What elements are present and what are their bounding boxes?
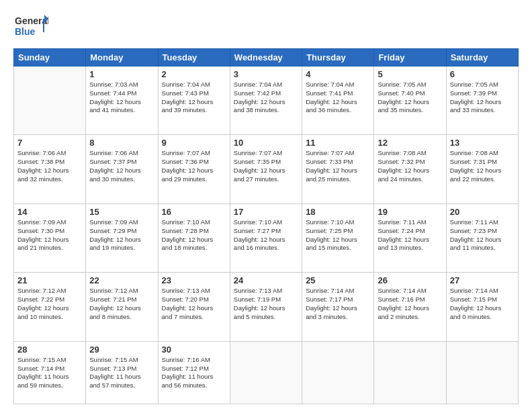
day-number: 27 — [450, 275, 515, 285]
day-info: Sunrise: 7:09 AMSunset: 7:29 PMDaylight:… — [89, 218, 154, 253]
calendar-cell: 26Sunrise: 7:14 AMSunset: 7:16 PMDayligh… — [374, 273, 446, 341]
day-number: 29 — [89, 345, 154, 355]
day-number: 5 — [378, 69, 442, 79]
calendar-cell: 11Sunrise: 7:07 AMSunset: 7:33 PMDayligh… — [302, 135, 374, 203]
svg-text:Blue: Blue — [15, 26, 36, 37]
day-info: Sunrise: 7:04 AMSunset: 7:42 PMDaylight:… — [234, 81, 298, 115]
calendar-cell: 12Sunrise: 7:08 AMSunset: 7:32 PMDayligh… — [374, 135, 446, 203]
calendar-cell: 21Sunrise: 7:12 AMSunset: 7:22 PMDayligh… — [14, 273, 86, 341]
calendar-cell — [302, 341, 374, 404]
calendar-cell: 24Sunrise: 7:13 AMSunset: 7:19 PMDayligh… — [230, 273, 302, 341]
day-info: Sunrise: 7:04 AMSunset: 7:43 PMDaylight:… — [162, 81, 226, 115]
calendar-cell: 6Sunrise: 7:05 AMSunset: 7:39 PMDaylight… — [446, 66, 518, 135]
day-info: Sunrise: 7:12 AMSunset: 7:21 PMDaylight:… — [89, 287, 154, 321]
day-number: 17 — [234, 207, 298, 217]
calendar-cell: 9Sunrise: 7:07 AMSunset: 7:36 PMDaylight… — [158, 135, 230, 203]
day-info: Sunrise: 7:07 AMSunset: 7:33 PMDaylight:… — [306, 149, 370, 183]
day-info: Sunrise: 7:08 AMSunset: 7:31 PMDaylight:… — [450, 149, 515, 183]
calendar-cell: 3Sunrise: 7:04 AMSunset: 7:42 PMDaylight… — [230, 66, 302, 135]
day-number: 22 — [89, 275, 154, 285]
day-info: Sunrise: 7:10 AMSunset: 7:25 PMDaylight:… — [306, 218, 370, 253]
day-info: Sunrise: 7:14 AMSunset: 7:16 PMDaylight:… — [378, 287, 442, 321]
calendar-cell — [14, 66, 86, 135]
day-number: 20 — [450, 207, 515, 217]
day-number: 12 — [378, 138, 442, 148]
calendar-cell: 25Sunrise: 7:14 AMSunset: 7:17 PMDayligh… — [302, 273, 374, 341]
day-number: 21 — [17, 275, 82, 285]
calendar-cell — [446, 341, 518, 404]
day-number: 30 — [162, 345, 226, 355]
logo: General Blue — [13, 12, 48, 43]
weekday-header: Sunday — [14, 49, 86, 66]
day-info: Sunrise: 7:10 AMSunset: 7:28 PMDaylight:… — [162, 218, 226, 253]
day-number: 15 — [89, 207, 154, 217]
weekday-header: Friday — [374, 49, 446, 66]
weekday-header: Monday — [86, 49, 158, 66]
calendar-cell: 23Sunrise: 7:13 AMSunset: 7:20 PMDayligh… — [158, 273, 230, 341]
day-number: 8 — [89, 138, 154, 148]
day-number: 4 — [306, 69, 370, 79]
day-info: Sunrise: 7:13 AMSunset: 7:20 PMDaylight:… — [162, 287, 226, 321]
day-info: Sunrise: 7:03 AMSunset: 7:44 PMDaylight:… — [89, 81, 154, 115]
day-number: 25 — [306, 275, 370, 285]
logo-icon: General Blue — [13, 12, 48, 40]
calendar-cell: 29Sunrise: 7:15 AMSunset: 7:13 PMDayligh… — [86, 341, 158, 404]
day-info: Sunrise: 7:05 AMSunset: 7:39 PMDaylight:… — [450, 81, 515, 115]
calendar-cell: 27Sunrise: 7:14 AMSunset: 7:15 PMDayligh… — [446, 273, 518, 341]
page: General Blue SundayMondayTuesdayWednesda… — [0, 0, 532, 411]
day-info: Sunrise: 7:08 AMSunset: 7:32 PMDaylight:… — [378, 149, 442, 183]
day-info: Sunrise: 7:13 AMSunset: 7:19 PMDaylight:… — [234, 287, 298, 321]
weekday-header: Saturday — [446, 49, 518, 66]
weekday-header: Wednesday — [230, 49, 302, 66]
calendar-cell: 30Sunrise: 7:16 AMSunset: 7:12 PMDayligh… — [158, 341, 230, 404]
calendar-cell: 4Sunrise: 7:04 AMSunset: 7:41 PMDaylight… — [302, 66, 374, 135]
day-info: Sunrise: 7:06 AMSunset: 7:38 PMDaylight:… — [17, 149, 82, 183]
calendar-cell: 22Sunrise: 7:12 AMSunset: 7:21 PMDayligh… — [86, 273, 158, 341]
day-number: 18 — [306, 207, 370, 217]
day-info: Sunrise: 7:07 AMSunset: 7:36 PMDaylight:… — [162, 149, 226, 183]
day-number: 2 — [162, 69, 226, 79]
day-info: Sunrise: 7:09 AMSunset: 7:30 PMDaylight:… — [17, 218, 82, 253]
day-number: 1 — [89, 69, 154, 79]
day-info: Sunrise: 7:06 AMSunset: 7:37 PMDaylight:… — [89, 149, 154, 183]
day-info: Sunrise: 7:05 AMSunset: 7:40 PMDaylight:… — [378, 81, 442, 115]
svg-rect-3 — [43, 19, 44, 32]
day-info: Sunrise: 7:14 AMSunset: 7:17 PMDaylight:… — [306, 287, 370, 321]
day-info: Sunrise: 7:10 AMSunset: 7:27 PMDaylight:… — [234, 218, 298, 253]
day-number: 3 — [234, 69, 298, 79]
calendar-cell — [230, 341, 302, 404]
day-number: 7 — [17, 138, 82, 148]
day-number: 28 — [17, 345, 82, 355]
header: General Blue — [13, 12, 519, 43]
calendar-cell: 14Sunrise: 7:09 AMSunset: 7:30 PMDayligh… — [14, 203, 86, 272]
day-info: Sunrise: 7:16 AMSunset: 7:12 PMDaylight:… — [162, 356, 226, 390]
calendar-cell: 5Sunrise: 7:05 AMSunset: 7:40 PMDaylight… — [374, 66, 446, 135]
calendar-cell: 28Sunrise: 7:15 AMSunset: 7:14 PMDayligh… — [14, 341, 86, 404]
day-number: 16 — [162, 207, 226, 217]
day-info: Sunrise: 7:15 AMSunset: 7:14 PMDaylight:… — [17, 356, 82, 390]
calendar-cell — [374, 341, 446, 404]
day-number: 24 — [234, 275, 298, 285]
day-number: 11 — [306, 138, 370, 148]
calendar-cell: 7Sunrise: 7:06 AMSunset: 7:38 PMDaylight… — [14, 135, 86, 203]
day-number: 6 — [450, 69, 515, 79]
day-number: 19 — [378, 207, 442, 217]
day-number: 23 — [162, 275, 226, 285]
calendar-table: SundayMondayTuesdayWednesdayThursdayFrid… — [13, 48, 519, 404]
calendar-cell: 17Sunrise: 7:10 AMSunset: 7:27 PMDayligh… — [230, 203, 302, 272]
day-info: Sunrise: 7:11 AMSunset: 7:23 PMDaylight:… — [450, 218, 515, 253]
calendar-cell: 16Sunrise: 7:10 AMSunset: 7:28 PMDayligh… — [158, 203, 230, 272]
weekday-header: Thursday — [302, 49, 374, 66]
day-info: Sunrise: 7:12 AMSunset: 7:22 PMDaylight:… — [17, 287, 82, 321]
calendar-cell: 8Sunrise: 7:06 AMSunset: 7:37 PMDaylight… — [86, 135, 158, 203]
day-info: Sunrise: 7:14 AMSunset: 7:15 PMDaylight:… — [450, 287, 515, 321]
day-number: 10 — [234, 138, 298, 148]
day-number: 13 — [450, 138, 515, 148]
calendar-cell: 13Sunrise: 7:08 AMSunset: 7:31 PMDayligh… — [446, 135, 518, 203]
calendar-cell: 15Sunrise: 7:09 AMSunset: 7:29 PMDayligh… — [86, 203, 158, 272]
day-number: 14 — [17, 207, 82, 217]
calendar-cell: 1Sunrise: 7:03 AMSunset: 7:44 PMDaylight… — [86, 66, 158, 135]
day-number: 9 — [162, 138, 226, 148]
calendar-cell: 18Sunrise: 7:10 AMSunset: 7:25 PMDayligh… — [302, 203, 374, 272]
calendar-cell: 19Sunrise: 7:11 AMSunset: 7:24 PMDayligh… — [374, 203, 446, 272]
